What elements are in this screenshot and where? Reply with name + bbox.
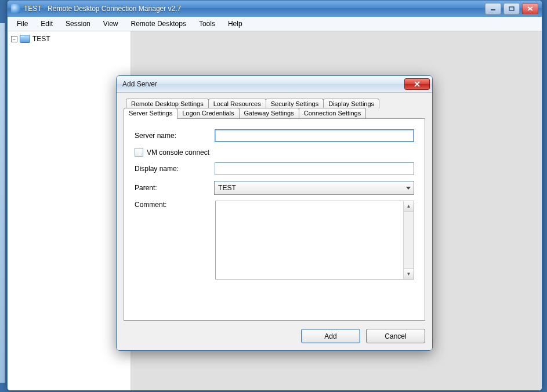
- window-controls: [485, 3, 538, 14]
- comment-textarea[interactable]: [216, 201, 403, 279]
- minimize-button[interactable]: [485, 3, 501, 14]
- titlebar[interactable]: TEST - Remote Desktop Connection Manager…: [8, 1, 542, 17]
- menu-view[interactable]: View: [97, 19, 124, 29]
- menu-file[interactable]: File: [11, 19, 34, 29]
- label-comment: Comment:: [135, 201, 215, 209]
- cancel-button[interactable]: Cancel: [366, 329, 425, 343]
- row-server-name: Server name:: [135, 129, 414, 142]
- menu-help[interactable]: Help: [222, 19, 248, 29]
- row-display-name: Display name:: [135, 162, 414, 175]
- svg-rect-0: [491, 9, 495, 10]
- tabstrip-row-1: Remote Desktop Settings Local Resources …: [126, 99, 425, 108]
- tab-display-settings[interactable]: Display Settings: [323, 99, 379, 108]
- display-name-input[interactable]: [215, 162, 414, 175]
- tabstrip-row-2: Server Settings Logon Credentials Gatewa…: [124, 108, 425, 118]
- row-parent: Parent: TEST: [135, 181, 414, 195]
- dialog-title: Add Server: [122, 80, 157, 88]
- tab-security-settings[interactable]: Security Settings: [266, 99, 324, 108]
- comment-scrollbar[interactable]: ▲ ▼: [403, 201, 414, 279]
- tabpage-server-settings: Server name: VM console connect Display …: [124, 118, 425, 321]
- svg-rect-1: [509, 7, 514, 10]
- label-display-name: Display name:: [135, 165, 215, 173]
- dialog-titlebar[interactable]: Add Server: [117, 76, 432, 93]
- maximize-button[interactable]: [503, 3, 520, 14]
- add-server-dialog: Add Server Remote Desktop Settings Local…: [116, 75, 433, 351]
- tree-root-label: TEST: [32, 35, 50, 43]
- tab-gateway-settings[interactable]: Gateway Settings: [239, 108, 299, 118]
- label-vm-console: VM console connect: [147, 148, 209, 157]
- scroll-down-icon[interactable]: ▼: [404, 268, 414, 279]
- menu-tools[interactable]: Tools: [193, 19, 221, 29]
- tree-expander-icon[interactable]: –: [11, 36, 17, 42]
- dialog-body: Remote Desktop Settings Local Resources …: [117, 93, 432, 350]
- background-sliver: [0, 23, 5, 383]
- menu-edit[interactable]: Edit: [35, 19, 59, 29]
- close-button[interactable]: [522, 3, 538, 14]
- app-icon: [11, 4, 20, 13]
- vm-console-checkbox[interactable]: [135, 148, 143, 157]
- tab-server-settings[interactable]: Server Settings: [124, 108, 177, 119]
- parent-combobox-value: TEST: [218, 184, 236, 192]
- server-name-input[interactable]: [215, 129, 414, 142]
- tab-local-resources[interactable]: Local Resources: [208, 99, 266, 108]
- comment-textarea-wrap: ▲ ▼: [215, 201, 414, 280]
- row-vm-console: VM console connect: [135, 148, 414, 157]
- tree-panel[interactable]: – TEST: [8, 31, 131, 391]
- menu-session[interactable]: Session: [60, 19, 96, 29]
- tab-logon-credentials[interactable]: Logon Credentials: [177, 108, 239, 118]
- chevron-down-icon: [403, 182, 414, 194]
- servers-group-icon: [20, 35, 30, 43]
- label-server-name: Server name:: [135, 132, 215, 140]
- menubar: File Edit Session View Remote Desktops T…: [8, 17, 542, 31]
- tab-connection-settings[interactable]: Connection Settings: [299, 108, 366, 118]
- window-title: TEST - Remote Desktop Connection Manager…: [24, 5, 181, 13]
- add-button[interactable]: Add: [301, 329, 360, 343]
- scroll-up-icon[interactable]: ▲: [404, 201, 414, 212]
- label-parent: Parent:: [135, 184, 214, 192]
- parent-combobox[interactable]: TEST: [214, 181, 414, 195]
- tree-root-row[interactable]: – TEST: [11, 34, 127, 44]
- menu-remote-desktops[interactable]: Remote Desktops: [125, 19, 192, 29]
- dialog-close-button[interactable]: [404, 78, 430, 90]
- dialog-button-row: Add Cancel: [124, 329, 425, 343]
- tab-remote-desktop-settings[interactable]: Remote Desktop Settings: [126, 99, 209, 108]
- row-comment: Comment: ▲ ▼: [135, 201, 414, 280]
